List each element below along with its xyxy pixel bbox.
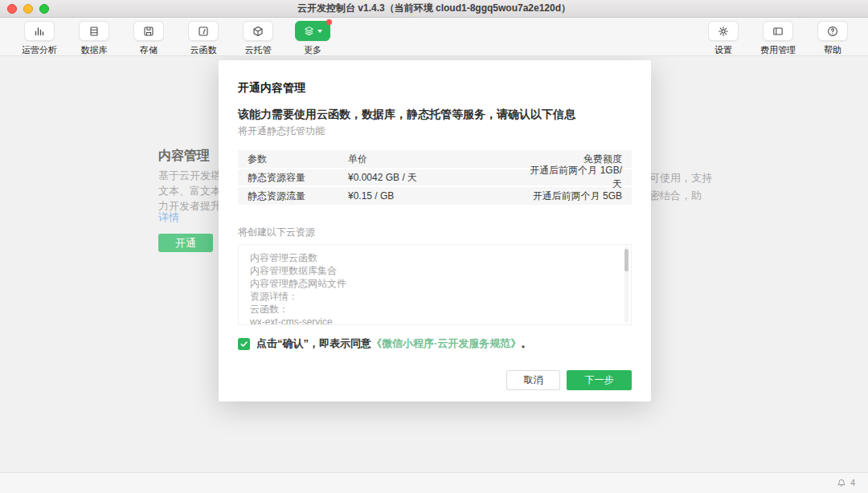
storage-button[interactable] bbox=[133, 21, 164, 41]
column-header: 单价 bbox=[348, 153, 521, 166]
param-cell: 静态资源容量 bbox=[248, 171, 348, 185]
dialog-notice: 该能力需要使用云函数，数据库，静态托管等服务，请确认以下信息 bbox=[238, 108, 575, 122]
help-icon bbox=[826, 25, 839, 38]
toolbar-item-database[interactable]: 数据库 bbox=[75, 21, 113, 56]
dialog-footer: 取消 下一步 bbox=[506, 370, 632, 390]
toolbar-right-group: 设置 费用管理 bbox=[704, 21, 852, 56]
toolbar-item-label: 设置 bbox=[714, 44, 732, 56]
cloud-function-icon bbox=[197, 25, 210, 38]
desc-line: 基于云开发搭 bbox=[158, 168, 221, 183]
resource-line: 内容管理静态网站文件 bbox=[250, 277, 620, 290]
next-step-button[interactable]: 下一步 bbox=[567, 370, 632, 390]
cloud-hosting-icon bbox=[252, 25, 264, 38]
param-cell: 静态资源流量 bbox=[248, 189, 348, 203]
desc-line: 密结合，助 bbox=[649, 187, 712, 205]
help-button[interactable] bbox=[817, 21, 848, 41]
resources-label: 将创建以下云资源 bbox=[238, 226, 315, 239]
toolbar-item-storage[interactable]: 存储 bbox=[129, 21, 168, 56]
storage-icon bbox=[142, 25, 155, 38]
quota-cell: 开通后前两个月 1GB/天 bbox=[521, 164, 622, 191]
toolbar-item-cloud-hosting[interactable]: 云托管 bbox=[239, 21, 277, 56]
toolbar: 运营分析 数据库 bbox=[0, 18, 868, 56]
toolbar-item-settings[interactable]: 设置 bbox=[704, 21, 743, 56]
settings-button[interactable] bbox=[708, 21, 739, 41]
enable-content-management-dialog: 开通内容管理 该能力需要使用云函数，数据库，静态托管等服务，请确认以下信息 将开… bbox=[219, 60, 651, 401]
cloud-function-button[interactable] bbox=[188, 21, 219, 41]
price-cell: ¥0.15 / GB bbox=[348, 190, 521, 202]
zoom-window-button[interactable] bbox=[39, 4, 49, 14]
scrollbar-thumb[interactable] bbox=[624, 249, 628, 271]
resource-line: 云函数： bbox=[250, 303, 620, 316]
toolbar-item-label: 运营分析 bbox=[22, 44, 57, 56]
toolbar-item-billing[interactable]: 费用管理 bbox=[755, 21, 800, 56]
column-header: 参数 bbox=[248, 153, 348, 166]
agreement-text: 点击“确认”，即表示同意 bbox=[256, 336, 371, 351]
service-terms-link[interactable]: 《微信小程序·云开发服务规范》 bbox=[371, 336, 521, 351]
gear-icon bbox=[717, 25, 730, 38]
traffic-lights bbox=[7, 4, 49, 14]
minimize-window-button[interactable] bbox=[23, 4, 33, 14]
toolbar-item-more[interactable]: 更多 bbox=[293, 21, 332, 56]
database-button[interactable] bbox=[79, 21, 109, 41]
toolbar-item-help[interactable]: 帮助 bbox=[813, 21, 852, 56]
close-window-button[interactable] bbox=[7, 4, 17, 14]
toolbar-left-group: 运营分析 数据库 bbox=[20, 21, 332, 56]
database-icon bbox=[88, 25, 100, 38]
billing-button[interactable] bbox=[763, 21, 793, 41]
toolbar-item-label: 帮助 bbox=[824, 44, 841, 56]
desc-line: 可使用，支持 bbox=[649, 169, 712, 187]
toolbar-item-label: 更多 bbox=[304, 44, 321, 56]
table-row: 静态资源容量 ¥0.0042 GB / 天 开通后前两个月 1GB/天 bbox=[238, 169, 632, 187]
notifications-indicator[interactable]: 4 bbox=[836, 476, 855, 488]
toolbar-item-label: 数据库 bbox=[81, 44, 108, 56]
notification-count: 4 bbox=[850, 478, 855, 487]
billing-icon bbox=[772, 25, 784, 38]
pricing-table: 参数 单价 免费额度 静态资源容量 ¥0.0042 GB / 天 开通后前两个月… bbox=[238, 150, 632, 205]
check-icon bbox=[240, 340, 248, 348]
resource-line: 内容管理数据库集合 bbox=[250, 264, 620, 277]
dialog-sub-notice: 将开通静态托管功能 bbox=[238, 124, 325, 138]
toolbar-item-label: 云托管 bbox=[245, 44, 272, 56]
analytics-button[interactable] bbox=[24, 21, 55, 41]
more-button[interactable] bbox=[295, 21, 330, 41]
toolbar-item-label: 云函数 bbox=[190, 44, 217, 56]
bar-chart-icon bbox=[33, 25, 46, 38]
quota-cell: 开通后前两个月 5GB bbox=[521, 189, 622, 203]
price-cell: ¥0.0042 GB / 天 bbox=[348, 171, 521, 185]
agreement-row: 点击“确认”，即表示同意 《微信小程序·云开发服务规范》 。 bbox=[238, 336, 531, 351]
window-title: 云开发控制台 v1.4.3（当前环境 cloud1-8ggq5wou7a2e12… bbox=[297, 2, 571, 15]
main-content: 内容管理 基于云开发搭 文本、富文本 力开发者提升 详情 开通 可使用，支持 密… bbox=[0, 56, 868, 472]
feature-card-description-right: 可使用，支持 密结合，助 bbox=[649, 169, 712, 205]
resources-textarea[interactable]: 内容管理云函数 内容管理数据库集合 内容管理静态网站文件 资源详情： 云函数： … bbox=[238, 244, 632, 325]
titlebar: 云开发控制台 v1.4.3（当前环境 cloud1-8ggq5wou7a2e12… bbox=[0, 0, 868, 18]
agree-checkbox[interactable] bbox=[238, 338, 250, 350]
app-window: 云开发控制台 v1.4.3（当前环境 cloud1-8ggq5wou7a2e12… bbox=[0, 0, 868, 493]
agreement-text-suffix: 。 bbox=[521, 336, 531, 351]
cloud-hosting-button[interactable] bbox=[243, 21, 273, 41]
dialog-title: 开通内容管理 bbox=[238, 81, 305, 96]
feature-card-description: 基于云开发搭 文本、富文本 力开发者提升 bbox=[158, 168, 221, 214]
statusbar: 4 bbox=[0, 472, 868, 493]
layers-icon bbox=[303, 25, 315, 37]
resource-line: wx-ext-cms-service bbox=[250, 316, 620, 325]
toolbar-item-analytics[interactable]: 运营分析 bbox=[20, 21, 59, 56]
notification-dot bbox=[326, 19, 332, 25]
cancel-button[interactable]: 取消 bbox=[506, 370, 560, 390]
resource-line: 内容管理云函数 bbox=[250, 251, 620, 264]
open-feature-button[interactable]: 开通 bbox=[158, 234, 213, 252]
feature-card-title: 内容管理 bbox=[158, 148, 210, 165]
toolbar-item-cloud-function[interactable]: 云函数 bbox=[184, 21, 223, 56]
resource-line: 资源详情： bbox=[250, 290, 620, 303]
table-row: 静态资源流量 ¥0.15 / GB 开通后前两个月 5GB bbox=[238, 187, 632, 205]
toolbar-item-label: 费用管理 bbox=[760, 44, 796, 56]
toolbar-item-label: 存储 bbox=[140, 44, 158, 56]
chevron-down-icon bbox=[317, 30, 322, 33]
detail-link[interactable]: 详情 bbox=[158, 210, 179, 225]
bell-icon bbox=[836, 476, 847, 488]
desc-line: 文本、富文本 bbox=[158, 183, 221, 198]
